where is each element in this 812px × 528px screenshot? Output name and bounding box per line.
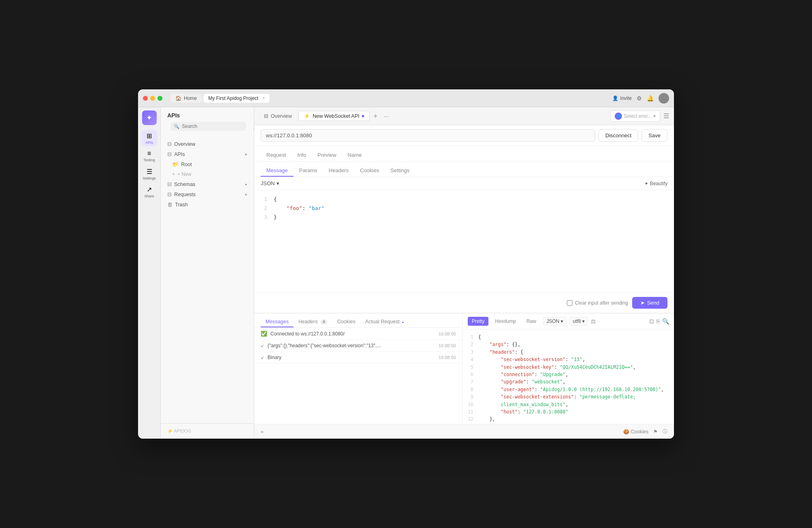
response-toolbar: Pretty Hexdump Raw JSON ▾ utf8 ▾ ⚖	[463, 314, 674, 329]
bottom-status-bar: « 🍪 Cookies ⚑ ⓘ	[254, 424, 674, 439]
env-selector[interactable]: 🌐 Select envi... ▾	[610, 110, 660, 122]
minimize-button[interactable]	[150, 96, 155, 101]
rc-line-10: 10 client_max_window_bits",	[468, 401, 669, 408]
project-tab-close[interactable]: ×	[262, 96, 265, 100]
settings-icon[interactable]: ⚙	[637, 95, 642, 102]
tab-info[interactable]: Info	[292, 149, 312, 161]
rc-line-9: 9 "sec-websocket-extensions": "permessag…	[468, 393, 669, 400]
overview-icon: ⊟	[167, 141, 172, 147]
env-label: Select envi...	[624, 113, 652, 119]
response-filter-icon[interactable]: ⚖	[591, 318, 596, 325]
nav-schemas[interactable]: ⊟ Schemas ▸	[161, 179, 254, 189]
messages-tab-cookies[interactable]: Cookies	[332, 317, 360, 327]
avatar[interactable]	[659, 93, 669, 104]
cookies-status-button[interactable]: 🍪 Cookies	[623, 429, 648, 435]
msg-tab-message[interactable]: Message	[261, 165, 294, 177]
tab-request[interactable]: Request	[261, 149, 292, 161]
websocket-tab-icon: ⚡	[304, 113, 310, 119]
maximize-button[interactable]	[158, 96, 162, 101]
bottom-pane-inner: Messages Headers 4 Cookies Actual Reques…	[254, 314, 674, 424]
save-button[interactable]: Save	[641, 129, 667, 142]
footer-logo: ⚡ APIDOG	[167, 428, 191, 434]
plus-icon: +	[172, 171, 175, 177]
msg-tab-headers[interactable]: Headers	[323, 165, 354, 177]
close-button[interactable]	[143, 96, 148, 101]
env-icon: 🌐	[615, 113, 622, 120]
res-tab-hexdump[interactable]: Hexdump	[491, 317, 520, 326]
binary-arrow-icon: ↙	[261, 355, 264, 360]
format-selector[interactable]: JSON ▾	[261, 180, 279, 186]
left-panel-footer: ⚡ APIDOG	[161, 423, 254, 439]
project-tab-label: My First Apidog Project	[208, 95, 258, 101]
project-tab[interactable]: My First Apidog Project ×	[203, 94, 270, 103]
msg-tab-settings[interactable]: Settings	[385, 165, 415, 177]
collapse-pane-button[interactable]: «	[261, 428, 263, 435]
msg-tab-params[interactable]: Params	[294, 165, 323, 177]
home-tab[interactable]: 🏠 Home	[171, 94, 202, 103]
expand-response-icon[interactable]: ⊡	[649, 318, 654, 325]
settings-label: Settings	[143, 176, 156, 180]
tab-preview[interactable]: Preview	[312, 149, 342, 161]
overview-workspace-tab[interactable]: ⊟ Overview	[259, 111, 297, 121]
format-label: JSON	[261, 180, 275, 186]
rc-line-6: 6 "connection": "Upgrade",	[468, 371, 669, 378]
res-tab-pretty[interactable]: Pretty	[468, 317, 488, 326]
cookies-status-icon: 🍪	[623, 429, 629, 435]
send-button[interactable]: ➤ Send	[632, 297, 667, 309]
code-line-1: 1 {	[261, 195, 667, 204]
main-content: ⊟ Overview ⚡ New WebSocket API + ··· 🌐 S…	[254, 107, 674, 439]
new-item[interactable]: + + New	[161, 169, 254, 179]
format-chevron-icon: ▾	[276, 180, 279, 186]
nav-apis[interactable]: ⊟ APIs ▸	[161, 149, 254, 159]
home-tab-label: Home	[184, 95, 197, 101]
response-arrow-icon: ↙	[261, 343, 264, 348]
trash-icon: 🗑	[167, 201, 173, 208]
copy-response-icon[interactable]: ⎘	[657, 318, 660, 325]
websocket-tab-label: New WebSocket API	[313, 113, 359, 119]
invite-button[interactable]: 👤 Invite	[612, 95, 632, 101]
new-tab-button[interactable]: +	[371, 113, 380, 120]
message-connected[interactable]: ✅ Connected to ws://127.0.0.1:8080/ 16:0…	[254, 328, 462, 340]
sidebar-item-testing[interactable]: ≡ Testing	[141, 148, 158, 164]
url-input[interactable]	[261, 129, 595, 142]
websocket-workspace-tab[interactable]: ⚡ New WebSocket API	[298, 111, 369, 121]
tab-name[interactable]: Name	[342, 149, 367, 161]
nav-requests-label: Requests	[174, 192, 196, 197]
nav-schemas-label: Schemas	[174, 182, 195, 187]
info-status-button[interactable]: ⓘ	[663, 428, 667, 435]
traffic-lights	[143, 96, 162, 101]
response-format-selector[interactable]: JSON ▾	[543, 317, 567, 326]
messages-tab-messages[interactable]: Messages	[261, 317, 294, 327]
folder-icon: 📁	[172, 161, 179, 167]
res-tab-raw[interactable]: Raw	[523, 317, 540, 326]
clear-input-checkbox[interactable]	[567, 300, 572, 306]
nav-trash[interactable]: 🗑 Trash	[161, 199, 254, 210]
flag-status-button[interactable]: ⚑	[653, 429, 658, 435]
search-response-icon[interactable]: 🔍	[662, 318, 669, 325]
response-time: 16:08:50	[438, 343, 456, 348]
message-binary[interactable]: ↙ Binary 16:08:50	[254, 352, 462, 364]
more-tabs-button[interactable]: ···	[382, 113, 391, 119]
beautify-button[interactable]: ✦ Beautify	[644, 181, 667, 186]
workspace-menu-icon[interactable]: ☰	[663, 112, 669, 120]
apis-expand-icon: ▸	[245, 152, 247, 156]
code-editor[interactable]: 1 { 2 "foo": "bar" 3 }	[254, 190, 674, 292]
msg-tab-cookies[interactable]: Cookies	[354, 165, 385, 177]
nav-overview[interactable]: ⊟ Overview	[161, 139, 254, 149]
sidebar-item-share[interactable]: ↗ Share	[141, 184, 158, 200]
notification-icon[interactable]: 🔔	[647, 95, 654, 102]
disconnect-button[interactable]: Disconnect	[598, 129, 638, 142]
new-label: + New	[177, 171, 191, 177]
messages-tab-actual-request[interactable]: Actual Request ●	[360, 317, 408, 327]
response-encoding-selector[interactable]: utf8 ▾	[569, 317, 588, 326]
sidebar-item-apis[interactable]: ⊞ APIs	[141, 130, 158, 146]
nav-requests[interactable]: ⊟ Requests ▸	[161, 189, 254, 199]
app-logo: ✦	[142, 110, 157, 125]
message-response[interactable]: ↙ {"args":{},"headers":{"sec-websocket-v…	[254, 340, 462, 352]
messages-tab-headers[interactable]: Headers 4	[294, 317, 332, 327]
logo-icon: ✦	[146, 113, 152, 122]
connected-text: Connected to ws://127.0.0.1:8080/	[270, 331, 435, 337]
sidebar-item-settings[interactable]: ☰ Settings	[141, 166, 158, 182]
nav-root[interactable]: 📁 Root	[161, 159, 254, 169]
search-input[interactable]	[182, 123, 243, 129]
